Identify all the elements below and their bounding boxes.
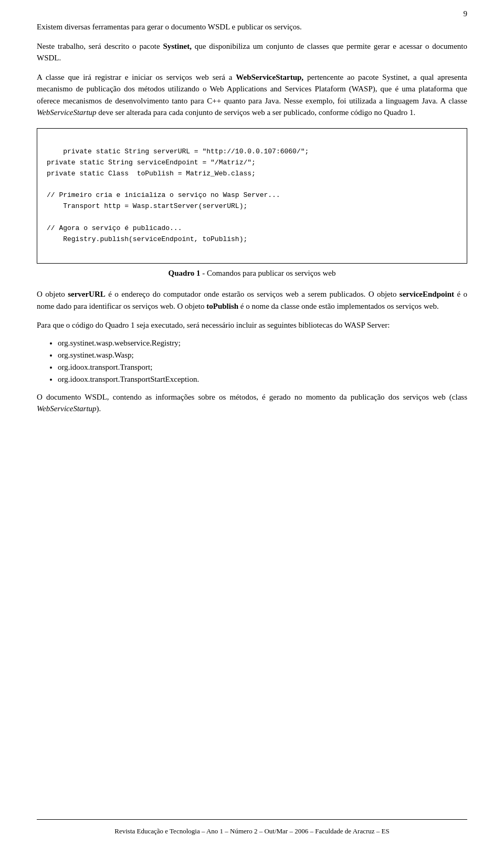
code-text: private static String serverURL = "http:… (47, 148, 309, 243)
paragraph-2-bold: Systinet, (163, 42, 192, 50)
paragraph-5: Para que o código do Quadro 1 seja execu… (37, 319, 467, 331)
paragraph-4-bold2: serviceEndpoint (400, 290, 454, 298)
paragraph-3: A classe que irá registrar e iniciar os … (37, 71, 467, 119)
paragraph-2-before-bold: Neste trabalho, será descrito o pacote (37, 42, 163, 50)
paragraph-6-after-italic: ). (97, 404, 101, 413)
code-block: private static String serverURL = "http:… (37, 128, 467, 264)
footer-text: Revista Educação e Tecnologia – Ano 1 – … (37, 827, 467, 835)
paragraph-4-after-bold1: é o endereço do computador onde estarão … (106, 290, 400, 298)
paragraph-1-text: Existem diversas ferramentas para gerar … (37, 23, 302, 31)
caption-bold: Quadro 1 (169, 269, 201, 277)
paragraph-6-before-italic: O documento WSDL, contendo as informaçõe… (37, 393, 467, 401)
paragraph-6-italic: WebServiceStartup (37, 404, 97, 413)
paragraph-3-before-bold1: A classe que irá registrar e iniciar os … (37, 73, 236, 81)
paragraph-2: Neste trabalho, será descrito o pacote S… (37, 40, 467, 64)
footer-divider (37, 819, 467, 820)
paragraph-4: O objeto serverURL é o endereço do compu… (37, 288, 467, 312)
paragraph-1: Existem diversas ferramentas para gerar … (37, 21, 467, 33)
list-item: org.systinet.wasp.Wasp; (58, 351, 467, 360)
list-item: org.idoox.transport.TransportStartExcept… (58, 375, 467, 384)
figure-caption: Quadro 1 - Comandos para publicar os ser… (37, 269, 467, 278)
paragraph-4-before-bold: O objeto (37, 290, 68, 298)
list-item: org.idoox.transport.Transport; (58, 363, 467, 372)
paragraph-4-bold1: serverURL (68, 290, 106, 298)
paragraph-3-after-italic: deve ser alterada para cada conjunto de … (97, 108, 416, 117)
paragraph-4-after-bold3: é o nome da classe onde estão implementa… (238, 302, 439, 310)
paragraph-6: O documento WSDL, contendo as informaçõe… (37, 391, 467, 415)
list-item: org.systinet.wasp.webservice.Registry; (58, 339, 467, 348)
paragraph-4-bold3: toPublish (206, 302, 238, 310)
paragraph-3-bold1: WebServiceStartup, (236, 73, 303, 81)
caption-rest: - Comandos para publicar os serviços web (201, 269, 336, 277)
paragraph-3-italic: WebServiceStartup (37, 108, 97, 117)
page-container: 9 Existem diversas ferramentas para gera… (0, 0, 504, 846)
paragraph-5-text: Para que o código do Quadro 1 seja execu… (37, 321, 390, 329)
page-number: 9 (464, 9, 468, 18)
bullet-list: org.systinet.wasp.webservice.Registry; o… (58, 339, 467, 384)
